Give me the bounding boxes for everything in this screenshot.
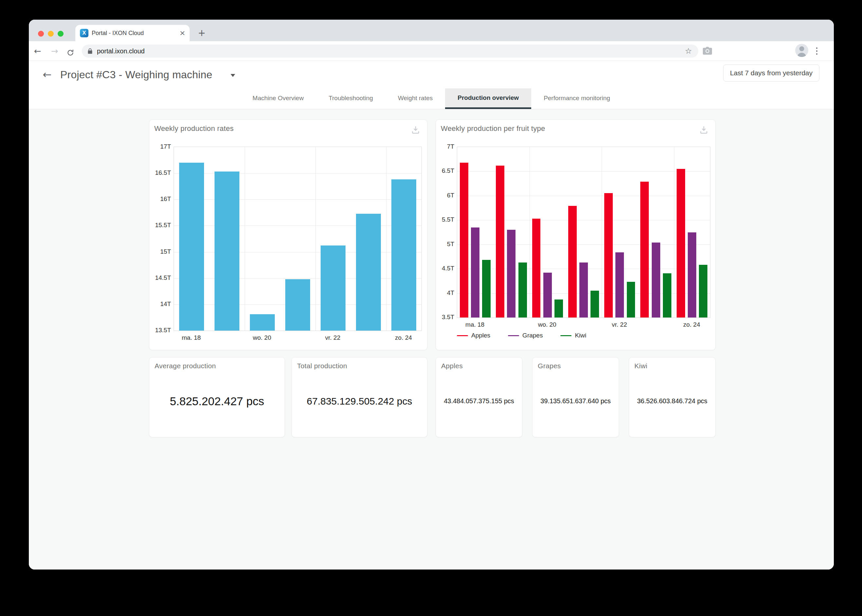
bar-apples (677, 169, 685, 317)
chart-title: Weekly production rates (154, 124, 234, 133)
x-tick-label: vr. 22 (600, 321, 639, 328)
tab-production-overview[interactable]: Production overview (445, 88, 531, 109)
bar-grapes (579, 262, 588, 317)
gridline (386, 147, 386, 331)
bar (356, 214, 381, 331)
x-tick-label: zo. 24 (672, 321, 711, 328)
tab-weight-rates[interactable]: Weight rates (386, 88, 445, 109)
url-text[interactable]: portal.ixon.cloud (97, 44, 145, 58)
browser-menu-icon[interactable] (813, 44, 821, 58)
chart-title: Weekly production per fruit type (441, 124, 545, 133)
window-minimize-button[interactable] (48, 31, 54, 37)
legend-item-grapes: Grapes (508, 332, 543, 339)
download-icon[interactable] (411, 125, 422, 136)
stat-card-value: 36.526.603.846.724 pcs (637, 398, 708, 405)
tab-performance-monitoring[interactable]: Performance monitoring (531, 88, 622, 109)
stat-card-label: Apples (441, 362, 517, 370)
legend-item-kiwi: Kiwi (560, 332, 586, 339)
y-tick-label: 15T (153, 248, 171, 255)
title-dropdown-caret-icon[interactable] (230, 74, 235, 77)
bar-kiwi (555, 300, 563, 317)
x-tick-label: zo. 24 (384, 334, 423, 341)
y-tick-label: 6.5T (437, 167, 454, 174)
bar-apples (496, 166, 504, 317)
stat-card-label: Total production (297, 362, 422, 370)
browser-tab-strip: X Portal - IXON Cloud × + (29, 20, 834, 41)
apples-color-swatch (457, 335, 468, 336)
y-tick-label: 5.5T (437, 216, 454, 223)
y-tick-label: 14T (153, 300, 171, 308)
screenshot-extension-icon[interactable] (703, 47, 712, 56)
x-tick-label: wo. 20 (528, 321, 567, 328)
bar (321, 245, 345, 331)
ixon-favicon-icon: X (80, 29, 88, 37)
y-tick-label: 16.5T (153, 169, 171, 176)
date-range-button[interactable]: Last 7 days from yesterday (723, 64, 819, 82)
stat-card-average-production: Average production 5.825.202.427 pcs (149, 357, 285, 437)
browser-forward-icon[interactable]: → (48, 44, 61, 58)
stat-card-total-production: Total production 67.835.129.505.242 pcs (292, 357, 427, 437)
x-tick-label: vr. 22 (313, 334, 352, 341)
bar (391, 179, 416, 331)
gridline (457, 196, 710, 196)
stat-card-apples: Apples 43.484.057.375.155 pcs (436, 357, 522, 437)
tab-close-icon[interactable]: × (177, 25, 188, 41)
page-title[interactable]: Project #C3 - Weighing machine (60, 61, 212, 88)
lock-icon[interactable] (87, 47, 94, 55)
dashboard-tab-bar: Machine Overview Troubleshooting Weight … (29, 88, 834, 109)
window-close-button[interactable] (38, 31, 44, 37)
bar-kiwi (591, 291, 599, 317)
browser-toolbar: ← → portal.ixon.cloud ☆ (29, 41, 834, 61)
bar-grapes (507, 230, 515, 317)
stat-card-label: Average production (154, 362, 279, 370)
y-tick-label: 5T (437, 240, 454, 248)
bar (250, 314, 275, 331)
bar (179, 163, 204, 331)
gridline (529, 147, 530, 317)
gridline (174, 252, 421, 252)
chart-legend: Apples Grapes Kiwi (457, 332, 586, 339)
stat-card-value: 67.835.129.505.242 pcs (307, 396, 412, 407)
stat-card-grapes: Grapes 39.135.651.637.640 pcs (532, 357, 619, 437)
tab-machine-overview[interactable]: Machine Overview (240, 88, 316, 109)
new-tab-button[interactable]: + (195, 25, 208, 41)
gridline (602, 147, 602, 317)
browser-refresh-icon[interactable] (64, 44, 77, 58)
bar-kiwi (482, 260, 491, 317)
bar (285, 279, 310, 331)
x-tick-label: ma. 18 (455, 321, 495, 328)
grouped-bar-chart-plot (457, 147, 711, 318)
gridline (457, 171, 710, 171)
bookmark-star-icon[interactable]: ☆ (682, 44, 694, 58)
browser-window: X Portal - IXON Cloud × + ← → portal.ixo… (29, 20, 834, 569)
y-tick-label: 14.5T (153, 274, 171, 281)
bar-kiwi (699, 265, 708, 317)
legend-label: Apples (471, 332, 490, 339)
bar-kiwi (518, 262, 527, 317)
gridline (315, 147, 316, 331)
gridline (174, 278, 421, 278)
browser-tab[interactable]: X Portal - IXON Cloud × (75, 25, 190, 41)
y-tick-label: 17T (153, 143, 171, 150)
bar-apples (640, 182, 649, 317)
gridline (457, 220, 710, 220)
tab-troubleshooting[interactable]: Troubleshooting (316, 88, 386, 109)
x-tick-label: wo. 20 (243, 334, 282, 341)
page-back-arrow-icon[interactable]: ← (41, 61, 54, 88)
gridline (174, 173, 421, 173)
bar-apples (460, 163, 468, 317)
profile-avatar[interactable] (795, 44, 808, 57)
window-zoom-button[interactable] (58, 31, 63, 37)
stat-card-value: 39.135.651.637.640 pcs (541, 398, 611, 405)
bar-grapes (652, 242, 660, 317)
chart-card-weekly-production-rates: Weekly production rates 13.5T14T14.5T15T… (149, 119, 427, 350)
browser-back-icon[interactable]: ← (31, 44, 44, 58)
stat-card-kiwi: Kiwi 36.526.603.846.724 pcs (629, 357, 715, 437)
download-icon[interactable] (699, 125, 710, 136)
url-bar[interactable]: portal.ixon.cloud ☆ (82, 44, 698, 58)
bar-grapes (615, 252, 624, 317)
bar-chart-plot (173, 147, 422, 331)
y-tick-label: 15.5T (153, 222, 171, 229)
x-tick-label: ma. 18 (172, 334, 211, 341)
y-tick-label: 6T (437, 192, 454, 199)
